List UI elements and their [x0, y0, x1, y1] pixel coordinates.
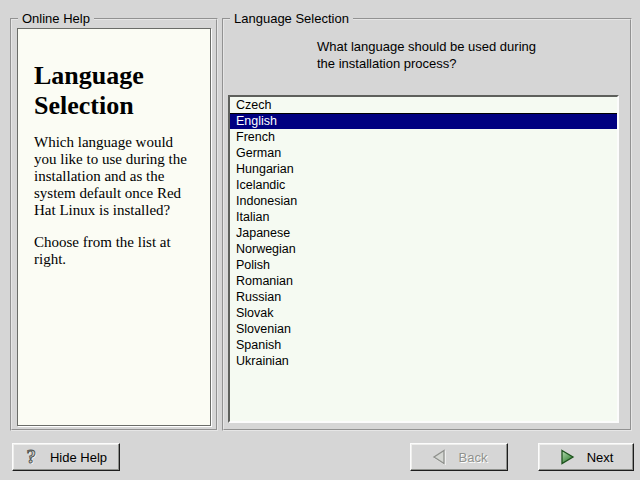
language-selection-panel: Language Selection What language should …: [222, 18, 632, 431]
left-arrow-icon: [431, 449, 448, 465]
language-option-english[interactable]: English: [230, 113, 617, 129]
language-option-slovak[interactable]: Slovak: [230, 305, 617, 321]
help-title: Language Selection: [34, 61, 196, 121]
next-button[interactable]: Next: [538, 443, 634, 471]
language-option-hungarian[interactable]: Hungarian: [230, 161, 617, 177]
language-option-czech[interactable]: Czech: [230, 97, 617, 113]
language-option-russian[interactable]: Russian: [230, 289, 617, 305]
online-help-panel: Online Help Language Selection Which lan…: [10, 18, 218, 431]
hide-help-button[interactable]: ? ? Hide Help: [12, 443, 120, 471]
language-option-japanese[interactable]: Japanese: [230, 225, 617, 241]
language-selection-frame-label: Language Selection: [230, 11, 353, 26]
language-option-icelandic[interactable]: Icelandic: [230, 177, 617, 193]
help-paragraph-1: Which language would you like to use dur…: [34, 134, 196, 219]
question-label: What language should be used during the …: [317, 38, 622, 72]
back-label: Back: [459, 450, 488, 465]
language-option-ukrainian[interactable]: Ukrainian: [230, 353, 617, 369]
hide-help-label: Hide Help: [50, 450, 107, 465]
language-list[interactable]: CzechEnglishFrenchGermanHungarianIceland…: [228, 95, 619, 423]
help-paragraph-2: Choose from the list at right.: [34, 234, 196, 268]
online-help-frame-label: Online Help: [18, 11, 94, 26]
language-option-slovenian[interactable]: Slovenian: [230, 321, 617, 337]
language-option-french[interactable]: French: [230, 129, 617, 145]
back-button[interactable]: Back: [410, 443, 508, 471]
language-option-norwegian[interactable]: Norwegian: [230, 241, 617, 257]
next-label: Next: [587, 450, 614, 465]
installer-window: Online Help Language Selection Which lan…: [0, 0, 640, 480]
language-option-spanish[interactable]: Spanish: [230, 337, 617, 353]
language-option-indonesian[interactable]: Indonesian: [230, 193, 617, 209]
help-content: Language Selection Which language would …: [17, 28, 211, 426]
language-option-polish[interactable]: Polish: [230, 257, 617, 273]
question-mark-icon: ? ?: [25, 447, 39, 467]
language-option-german[interactable]: German: [230, 145, 617, 161]
language-option-romanian[interactable]: Romanian: [230, 273, 617, 289]
language-option-italian[interactable]: Italian: [230, 209, 617, 225]
right-arrow-icon: [559, 449, 576, 465]
svg-text:?: ?: [27, 447, 36, 467]
